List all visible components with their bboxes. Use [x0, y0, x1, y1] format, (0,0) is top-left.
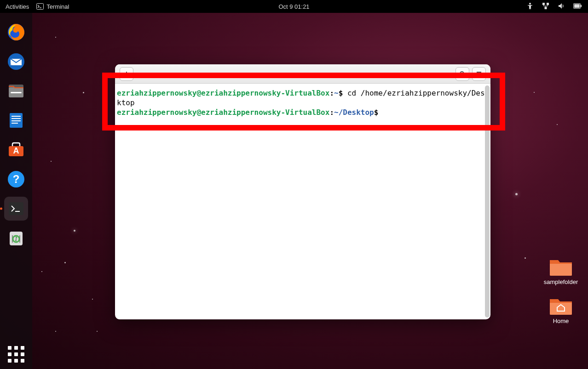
svg-rect-23 [9, 202, 23, 215]
desktop-icon-label: Home [553, 318, 569, 324]
active-app-menu[interactable]: Terminal [36, 3, 69, 10]
active-app-label: Terminal [46, 3, 69, 10]
svg-rect-15 [12, 116, 21, 117]
terminal-window: ezriahzippernowsky@ezriahzippernowsky-Vi… [115, 64, 490, 319]
svg-point-27 [460, 72, 464, 75]
battery-icon[interactable] [573, 3, 582, 10]
dock-item-software[interactable]: A [4, 138, 28, 162]
dock: A ? [0, 13, 32, 369]
dock-item-firefox[interactable] [4, 20, 28, 44]
desktop-icon-samplefolder[interactable]: samplefolder [540, 256, 582, 285]
svg-rect-17 [12, 120, 21, 121]
network-icon[interactable] [542, 2, 549, 11]
svg-rect-4 [547, 3, 549, 5]
dock-item-thunderbird[interactable] [4, 50, 28, 74]
accessibility-icon[interactable] [526, 2, 534, 11]
svg-line-28 [463, 75, 465, 77]
svg-rect-8 [581, 5, 582, 7]
search-button[interactable] [455, 67, 469, 81]
terminal-icon [36, 3, 44, 10]
svg-rect-5 [545, 7, 547, 9]
show-applications-button[interactable] [8, 346, 24, 363]
svg-rect-18 [12, 123, 18, 124]
terminal-body[interactable]: ezriahzippernowsky@ezriahzippernowsky-Vi… [115, 84, 490, 319]
svg-rect-3 [542, 3, 545, 5]
clock[interactable]: Oct 9 01:21 [278, 3, 309, 10]
top-bar: Activities Terminal Oct 9 01:21 [0, 0, 588, 13]
svg-text:?: ? [13, 173, 20, 185]
desktop-icon-label: samplefolder [544, 278, 578, 285]
svg-text:A: A [13, 146, 19, 155]
menu-button[interactable] [472, 67, 486, 81]
svg-rect-13 [11, 92, 22, 93]
dock-item-trash[interactable] [4, 226, 28, 250]
svg-rect-16 [12, 118, 21, 119]
dock-item-terminal[interactable] [4, 197, 28, 221]
dock-item-help[interactable]: ? [4, 167, 28, 191]
svg-rect-0 [37, 4, 44, 10]
new-tab-button[interactable] [120, 67, 133, 81]
activities-button[interactable]: Activities [6, 3, 29, 10]
terminal-titlebar[interactable] [115, 64, 490, 84]
volume-icon[interactable] [558, 2, 565, 11]
desktop-icons-area: samplefolder Home [540, 256, 582, 324]
desktop-icon-home[interactable]: Home [540, 295, 582, 324]
terminal-scrollbar[interactable] [485, 85, 490, 318]
svg-rect-7 [574, 4, 580, 8]
svg-point-2 [529, 3, 531, 5]
dock-item-files[interactable] [4, 79, 28, 103]
dock-item-writer[interactable] [4, 108, 28, 132]
